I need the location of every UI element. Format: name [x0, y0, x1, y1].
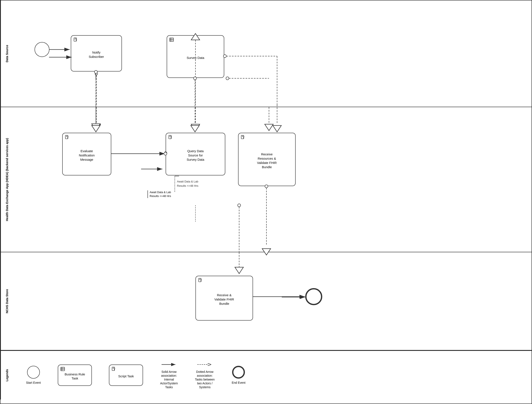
task-evaluate-notification[interactable]: EvaluateNotificationMessage [62, 133, 111, 176]
lane-content-data-source: NotifySubscriber Survey Data [13, 0, 532, 107]
legend-start-circle [27, 366, 40, 379]
legend-script-task: Script Task [109, 365, 143, 386]
legend-script-task-box: Script Task [109, 365, 143, 386]
query-input-circle [164, 151, 167, 155]
legend-dotted-arrow-label: Dotted Arrowassociation:Tasks betweentwo… [195, 370, 215, 389]
legend-business-rule-box: Business RuleTask [58, 365, 92, 386]
script-icon-evaluate [65, 135, 70, 141]
svg-point-10 [226, 77, 229, 80]
legend-dotted-arrow-icon [196, 361, 213, 368]
task-query-data-source[interactable]: Query DataSource forSurvey Data [166, 133, 225, 176]
survey-data-label: Survey Data [187, 56, 204, 60]
script-icon-query [168, 135, 173, 141]
svg-point-37 [201, 281, 201, 281]
receive-validate-nchs-label: Receive &Validate FHIRBundle [215, 293, 234, 306]
legend-business-rule-label: Business RuleTask [65, 372, 85, 380]
legend-script-task-label: Script Task [118, 374, 134, 378]
receive-validate-hdea-label: ReceiveResources &Validate FHIRBundle [257, 152, 277, 169]
legend-end-label: End Event [232, 381, 246, 384]
svg-marker-34 [235, 267, 243, 274]
legend-end-circle [232, 366, 245, 379]
svg-marker-17 [92, 124, 101, 130]
lane-data-source: Data Source [0, 0, 532, 107]
task-survey-data[interactable]: Survey Data [167, 35, 224, 78]
script-icon-notify [73, 37, 78, 43]
script-icon-legend [111, 367, 116, 373]
task-receive-validate-nchs[interactable]: Receive &Validate FHIRBundle [196, 276, 253, 320]
end-event-nchs [305, 288, 322, 305]
svg-point-24 [238, 204, 241, 207]
svg-rect-38 [61, 367, 65, 371]
legend-business-rule: Business RuleTask [58, 365, 92, 386]
evaluate-label: EvaluateNotificationMessage [79, 149, 95, 162]
task-notify-subscriber[interactable]: NotifySubscriber [71, 35, 122, 72]
legend-start-event: Start Event [26, 366, 41, 384]
svg-point-31 [243, 138, 244, 138]
script-icon-receive-nchs [198, 278, 203, 284]
svg-rect-5 [170, 38, 173, 42]
svg-point-43 [114, 370, 115, 370]
legend-end-event: End Event [232, 366, 246, 384]
notify-subscriber-label: NotifySubscriber [89, 50, 104, 59]
query-label: Query DataSource forSurvey Data [187, 149, 204, 162]
legend-dotted-arrow: Dotted Arrowassociation:Tasks betweentwo… [195, 361, 215, 389]
await-data-label: Await Data & LabResults <=48 Hrs [147, 190, 171, 198]
lane-label-data-source: Data Source [0, 0, 13, 107]
svg-point-27 [68, 138, 68, 138]
legend-solid-arrow-icon [160, 361, 177, 368]
svg-marker-23 [265, 124, 273, 130]
svg-marker-19 [191, 124, 200, 130]
notify-output-circle [95, 72, 98, 75]
start-event [35, 42, 50, 57]
business-rule-icon-legend [60, 367, 65, 373]
legend-solid-arrow: Solid Arrowassociation:InternalActor/Sys… [160, 361, 178, 389]
legend-content: Start Event Business RuleTask Script Tas… [13, 351, 532, 399]
svg-lane3 [13, 252, 532, 350]
lane-content-hdea: EvaluateNotificationMessage Query DataSo… [13, 107, 532, 252]
legend-start-label: Start Event [26, 381, 41, 384]
lane-label-legends: Legends [0, 351, 13, 399]
svg-point-4 [76, 40, 76, 41]
business-rule-icon-survey [169, 37, 174, 43]
task-receive-validate-hdea[interactable]: ReceiveResources &Validate FHIRBundle [238, 133, 296, 186]
lane-legends: Legends Start Event Business RuleTask Sc… [0, 351, 532, 399]
lane-label-hdea: Health Data Exchange App (HDEA) (backend… [0, 107, 13, 252]
lane-content-nchs: Receive &Validate FHIRBundle [13, 252, 532, 350]
diagram-container: Data Source [0, 0, 532, 404]
lane-hdea: Health Data Exchange App (HDEA) (backend… [0, 107, 532, 252]
lane-nchs: NCHS Data Store Receive &Validate FHIRBu… [0, 252, 532, 351]
svg-point-29 [171, 138, 171, 138]
legend-solid-arrow-label: Solid Arrowassociation:InternalActor/Sys… [160, 370, 178, 389]
script-icon-receive-hdea [241, 135, 245, 141]
lane-label-nchs: NCHS Data Store [0, 252, 13, 350]
